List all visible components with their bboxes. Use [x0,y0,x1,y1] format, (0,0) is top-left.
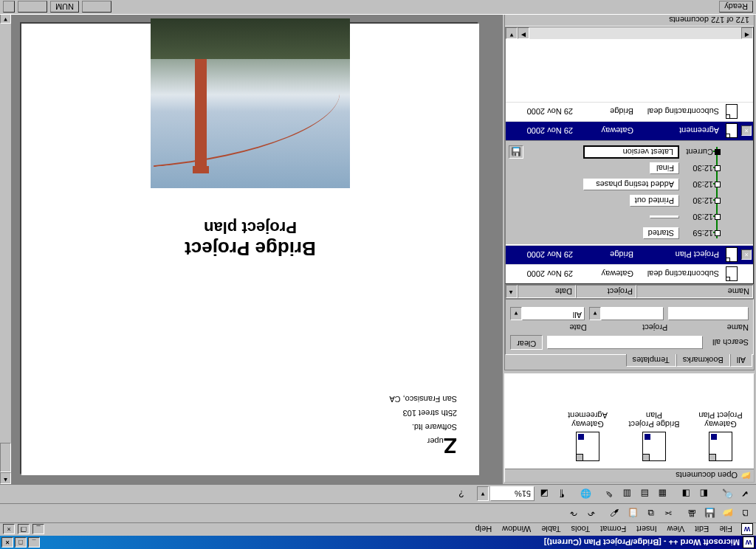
doc-system-icon[interactable]: W [741,524,753,536]
vertical-scrollbar[interactable]: ▲ ▼ [0,12,12,484]
table-icon[interactable]: ▦ [654,486,670,503]
list-row[interactable]: × Agreement Gateway 29 Nov 2000 [506,121,753,140]
format-painter-icon[interactable]: 🖌 [607,505,623,522]
redo-icon[interactable]: ↷ [566,505,582,522]
cell-date: 29 Nov 2000 [524,108,576,117]
cell-date: 29 Nov 2000 [524,270,576,279]
cell-project: Gateway [576,127,636,136]
document-list: Subcontracting deal Gateway 29 Nov 2000 … [505,27,754,284]
tab-templates[interactable]: Templates [626,354,676,367]
open-doc-gateway-project-plan[interactable]: GatewayProject Plan [695,411,746,461]
clear-button[interactable]: Clear [510,335,543,350]
titlebar: W Microsoft Word ++ - [Bridge/Project Pl… [0,536,756,549]
tab-bookmarks[interactable]: Bookmarks [676,354,730,367]
mdi-minimize-button[interactable]: _ [32,525,44,535]
version-row[interactable]: 12:30 Final [509,160,713,176]
open-documents-list: GatewayProject Plan Bridge ProjectPlan G… [505,374,754,469]
version-row-current[interactable]: Current Latest version 💾 [509,144,713,160]
menu-help[interactable]: Help [471,525,497,535]
menu-window[interactable]: Window [498,525,535,535]
close-doc-icon[interactable]: × [741,250,752,260]
scroll-down-icon[interactable]: ▼ [506,27,518,39]
company-line-2: Software ltd. [412,423,457,432]
scroll-right-icon[interactable]: ▶ [518,27,529,39]
menu-view[interactable]: View [663,525,690,535]
version-row[interactable]: 12:30 Added testing phases [509,176,713,193]
name-input[interactable] [668,307,749,320]
scroll-thumb[interactable] [0,443,11,472]
date-combo[interactable]: All▼ [510,307,585,320]
search-icon[interactable]: 🔍 [719,486,735,503]
menu-tools[interactable]: Tools [567,525,595,535]
menu-insert[interactable]: Insert [632,525,662,535]
document-area: Zuper Software ltd. 25th street 103 San … [0,12,501,484]
save-icon[interactable]: 💾 [701,505,718,522]
close-button[interactable]: × [1,537,13,548]
col-name[interactable]: Name [636,285,753,298]
page: Zuper Software ltd. 25th street 103 San … [21,24,479,475]
version-row[interactable]: 12:30 [509,209,713,225]
paste-icon[interactable]: 📋 [625,505,641,522]
version-label: Added testing phases [583,179,679,190]
drawing-icon[interactable]: ✎ [601,486,617,503]
show-hide-icon[interactable]: ¶ [554,486,570,503]
col-project[interactable]: Project [576,285,636,298]
open-icon[interactable]: 📂 [719,505,735,522]
menu-format[interactable]: Format [596,525,630,535]
maximize-button[interactable]: □ [15,537,27,548]
search-tabs: All Bookmarks Templates [505,355,754,370]
chevron-down-icon[interactable]: ▼ [589,307,601,320]
open-documents-title: Open documents [676,472,738,480]
new-doc-icon[interactable]: 🗋 [737,505,753,522]
menu-file[interactable]: File [715,525,737,535]
col-date[interactable]: Date [518,285,576,298]
cell-project: Gateway [576,270,636,279]
version-label: Final [650,162,679,174]
copy-icon[interactable]: ⧉ [642,505,659,522]
version-row[interactable]: 12:30 Printed out [509,193,713,209]
doc-label: GatewayProject Plan [698,411,742,429]
help-icon[interactable]: ? [453,486,470,503]
tool-icon-2[interactable]: ◨ [678,486,694,503]
undo-icon[interactable]: ↶ [583,505,599,522]
version-row[interactable]: 12:59 Started [509,225,713,241]
close-doc-icon[interactable]: × [741,126,752,137]
search-panel: All Bookmarks Templates Search all Clear… [504,13,755,370]
mdi-restore-button[interactable]: ❐ [18,525,30,535]
standard-toolbar: 🗋 📂 💾 🖶 ✂ ⧉ 📋 🖌 ↶ ↷ [0,503,756,522]
list-row[interactable]: Subcontracting deal Bridge 29 Nov 2000 [506,102,753,121]
excel-icon[interactable]: ▤ [636,486,653,503]
tool-icon-1[interactable]: ◧ [695,486,712,503]
map-icon[interactable]: 🌐 [577,486,594,503]
zoom-input[interactable]: 51% [490,487,535,502]
scroll-left-icon[interactable]: ◀ [741,27,753,39]
mdi-close-button[interactable]: × [3,525,15,535]
open-doc-gateway-agreement[interactable]: GatewayAgreement [562,411,614,461]
spellcheck-icon[interactable]: ✔ [737,486,753,503]
version-time: 12:30 [684,213,713,221]
menu-edit[interactable]: Edit [690,525,713,535]
title-line-2: Project plan [44,218,457,237]
name-label: Name [727,323,749,332]
tool-icon-3[interactable]: ◪ [536,486,552,503]
list-row[interactable]: × Project Plan Bridge 29 Nov 2000 [506,245,753,264]
list-row[interactable]: Subcontracting deal Gateway 29 Nov 2000 [506,264,753,283]
cell-name: Subcontracting deal [636,108,722,117]
resize-grip-icon[interactable] [3,1,15,13]
save-version-icon[interactable]: 💾 [509,145,523,159]
zoom-dropdown-icon[interactable]: ▼ [477,487,489,502]
menu-table[interactable]: Table [537,525,565,535]
print-icon[interactable]: 🖶 [684,505,700,522]
minimize-button[interactable]: _ [28,537,40,548]
scroll-up-icon[interactable]: ▲ [0,472,11,484]
project-combo[interactable]: ▼ [589,307,664,320]
search-form: Search all Clear Name Project Date [505,299,754,355]
tab-all[interactable]: All [730,354,752,367]
version-label: Latest version [583,145,679,159]
search-all-input[interactable] [547,336,703,349]
cut-icon[interactable]: ✂ [660,505,676,522]
chevron-down-icon[interactable]: ▼ [510,307,522,320]
open-doc-bridge-project-plan[interactable]: Bridge ProjectPlan [628,411,680,461]
scroll-up-icon[interactable]: ▲ [506,285,518,298]
columns-icon[interactable]: ▥ [619,486,635,503]
